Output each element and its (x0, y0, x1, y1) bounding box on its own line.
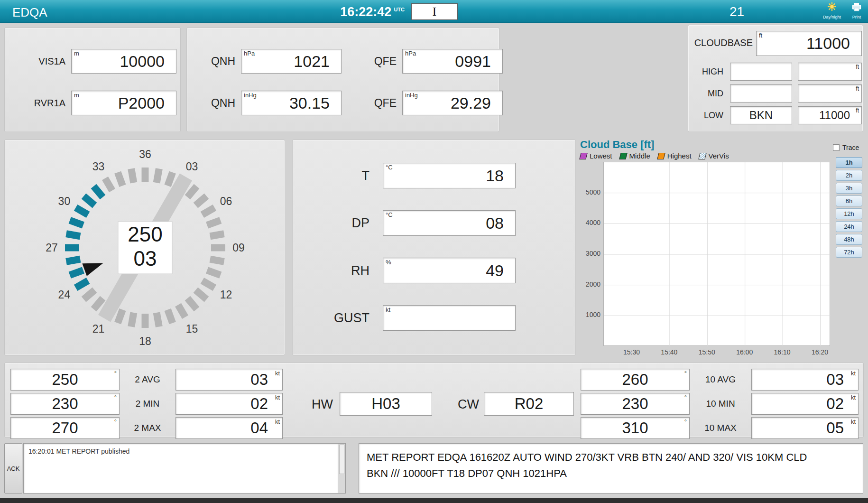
x-axis-label: 15:50 (693, 348, 721, 356)
compass-label: 21 (92, 323, 105, 335)
range-button-2h[interactable]: 2h (836, 170, 862, 181)
dewpoint-row: DP °C 08 (301, 210, 516, 236)
y-axis-label: 2000 (580, 280, 600, 288)
daynight-button[interactable]: Day/night (820, 2, 844, 19)
time-range-buttons: 1h2h3h6h12h24h48h72h (836, 157, 862, 260)
crosswind-field: R02 (484, 392, 574, 416)
low-unit: ft (856, 107, 859, 114)
temperature-field: °C 18 (383, 163, 516, 188)
qnh-inhg-field: inHg 30.15 (241, 91, 342, 115)
legend-item-middle: Middle (620, 152, 650, 160)
x-axis-label: 15:40 (655, 348, 683, 356)
qfe-inhg-label: QFE (358, 97, 397, 110)
label-2avg: 2 AVG (120, 374, 175, 385)
daynight-label: Day/night (820, 15, 844, 19)
variable-wind-sector-tick (66, 259, 81, 261)
dir-unit: ° (684, 394, 687, 401)
variable-wind-sector-tick (76, 208, 88, 215)
speed-10min-field: kt 02 (751, 393, 859, 415)
compass-label: 18 (139, 335, 151, 347)
log-scrollbar[interactable] (338, 444, 345, 493)
range-button-48h[interactable]: 48h (836, 234, 862, 245)
dir-2avg-field: ° 250 (10, 369, 120, 391)
range-button-3h[interactable]: 3h (836, 183, 862, 194)
headwind-label: HW (299, 397, 333, 412)
mid-height-field: ft (798, 84, 862, 102)
compass-label: 15 (186, 323, 198, 335)
vis1a-unit: m (74, 50, 79, 57)
compass-tick (195, 196, 206, 205)
stat-row-2min: ° 230 2 MIN kt 02 (10, 393, 283, 415)
dir-unit: ° (114, 418, 117, 425)
trace-checkbox[interactable]: Trace (833, 144, 859, 151)
compass-tick (93, 298, 102, 309)
compass-label: 33 (92, 160, 105, 173)
dir-2min-value: 230 (11, 395, 119, 413)
speed-10avg-value: 03 (752, 371, 858, 389)
range-button-12h[interactable]: 12h (836, 208, 862, 219)
qnh-hpa-label: QNH (198, 55, 235, 68)
gust-row: GUST kt (301, 305, 516, 331)
range-button-6h[interactable]: 6h (836, 196, 862, 206)
utc-clock: 16:22:42UTC (340, 5, 405, 19)
wind-rose: 36030609121518212427303325003 (9, 143, 282, 353)
header-input[interactable]: I (411, 3, 458, 20)
compass-label: 36 (139, 148, 151, 160)
checkbox-icon[interactable] (833, 144, 840, 151)
cloud-layer-mid: MID ft (688, 84, 862, 102)
dir-unit: ° (684, 370, 687, 377)
low-label: LOW (688, 111, 723, 121)
headwind-field: H03 (340, 392, 432, 416)
qnh-hpa-value: 1021 (241, 52, 341, 71)
dir-10avg-field: ° 260 (581, 369, 690, 391)
legend-swatch-icon (698, 153, 706, 159)
crosswind-value: R02 (484, 395, 573, 413)
legend-label: Highest (667, 152, 692, 160)
humidity-field: % 49 (383, 258, 516, 283)
dir-2max-value: 270 (11, 419, 119, 437)
speed-unit: kt (275, 418, 280, 425)
dir-10avg-value: 260 (581, 371, 689, 389)
y-axis-label: 5000 (580, 188, 600, 196)
y-axis-label: 1000 (580, 311, 600, 318)
speed-unit: kt (275, 394, 280, 401)
trace-label: Trace (842, 144, 859, 151)
crosswind-label: CW (445, 397, 479, 412)
print-button[interactable]: Print (844, 2, 868, 19)
range-button-72h[interactable]: 72h (836, 247, 862, 258)
compass-label: 06 (220, 195, 232, 207)
printer-icon (851, 2, 862, 12)
utc-label: UTC (394, 7, 405, 12)
dir-unit: ° (114, 394, 117, 401)
scrollbar-thumb[interactable] (339, 445, 344, 474)
compass-label: 03 (186, 160, 198, 173)
temperature-value: 18 (383, 167, 515, 185)
low-amount: BKN (730, 109, 792, 122)
wind-speed-value: 03 (134, 247, 157, 270)
ack-button[interactable]: ACK (4, 443, 22, 494)
label-2min: 2 MIN (120, 399, 175, 409)
cloudbase-plot (603, 162, 830, 346)
y-axis-label: 4000 (580, 219, 600, 226)
compass-label: 24 (58, 289, 71, 301)
high-label: HIGH (688, 67, 723, 77)
pressure-row-inhg: QNH inHg 30.15 QFE inHg 29.29 (198, 91, 503, 115)
dewpoint-value: 08 (383, 214, 515, 233)
range-button-1h[interactable]: 1h (836, 157, 862, 168)
pressure-row-hpa: QNH hPa 1021 QFE hPa 0991 (198, 49, 503, 74)
compass-tick (157, 169, 159, 183)
message-log[interactable]: 16:20:01 MET REPORT published (23, 443, 346, 494)
compass-label: 09 (232, 242, 245, 254)
compass-tick (118, 310, 122, 323)
variable-wind-sector-tick (70, 270, 83, 275)
dewpoint-field: °C 08 (383, 210, 516, 236)
speed-2max-value: 04 (176, 419, 282, 437)
vis1a-value: 10000 (72, 52, 176, 71)
gust-field: kt (383, 305, 516, 331)
compass-tick (187, 298, 196, 309)
range-button-24h[interactable]: 24h (836, 221, 862, 232)
dir-10max-value: 310 (581, 419, 689, 437)
label-2max: 2 MAX (120, 423, 175, 433)
x-axis-label: 15:30 (618, 348, 646, 356)
sun-icon (826, 2, 838, 12)
